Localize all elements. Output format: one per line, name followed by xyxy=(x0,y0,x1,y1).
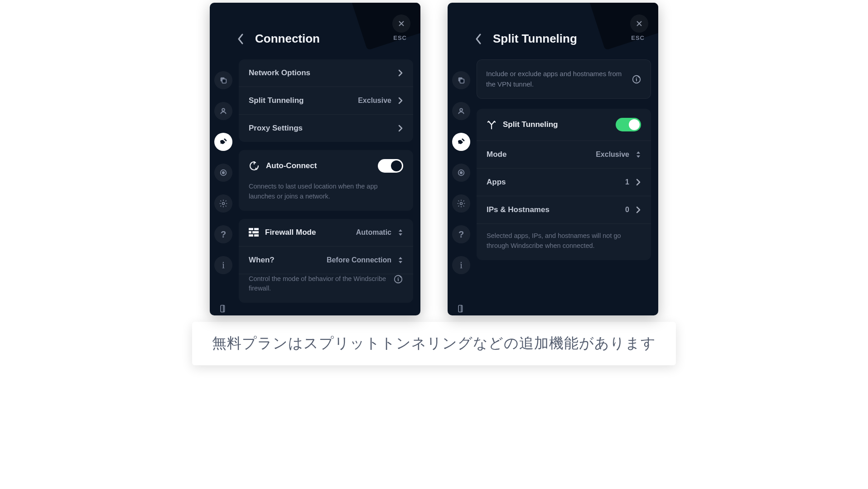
row-firewall-mode[interactable]: Firewall Mode Automatic xyxy=(239,219,413,247)
when-value: Before Connection xyxy=(327,256,391,264)
svg-rect-8 xyxy=(249,228,253,230)
svg-rect-21 xyxy=(458,305,462,312)
settings-panel[interactable]: Include or exclude apps and hostnames fr… xyxy=(475,55,658,315)
esc-label: ESC xyxy=(631,34,645,41)
window-body: ? i Network Options xyxy=(210,55,420,315)
chevron-right-icon xyxy=(398,124,403,132)
nav-settings[interactable] xyxy=(214,194,232,213)
caption: 無料プランはスプリットトンネリングなどの追加機能があります xyxy=(192,322,676,365)
row-mode[interactable]: Mode Exclusive xyxy=(477,141,651,169)
plug-icon xyxy=(219,137,228,146)
row-network-options[interactable]: Network Options xyxy=(239,59,413,87)
feature-info-box: Include or exclude apps and hostnames fr… xyxy=(477,59,651,99)
logout-icon xyxy=(457,304,466,313)
question-icon: ? xyxy=(458,229,464,240)
sort-icon xyxy=(398,228,403,237)
nav-general[interactable] xyxy=(214,71,232,89)
svg-rect-11 xyxy=(252,231,259,233)
nav-connection[interactable] xyxy=(452,133,470,151)
info-circle-icon xyxy=(393,274,403,284)
row-split-toggle: Split Tunneling xyxy=(477,109,651,141)
nav-connection[interactable] xyxy=(214,133,232,151)
svg-rect-1 xyxy=(222,79,226,83)
user-icon xyxy=(457,107,465,115)
autoconnect-title: Auto-Connect xyxy=(266,161,371,170)
settings-panel[interactable]: Network Options Split Tunneling Exclusiv… xyxy=(237,55,420,315)
close-button[interactable] xyxy=(392,15,410,33)
page-title: Split Tunneling xyxy=(493,32,577,46)
nav-logout[interactable] xyxy=(452,300,470,315)
firewall-info-button[interactable] xyxy=(393,274,403,284)
nav-card: Network Options Split Tunneling Exclusiv… xyxy=(239,59,413,142)
close-icon xyxy=(398,20,405,27)
window-body: ? i Include or exclude apps and hostname… xyxy=(448,55,658,315)
row-split-tunneling[interactable]: Split Tunneling Exclusive xyxy=(239,87,413,115)
nav-robert[interactable] xyxy=(214,164,232,182)
autoconnect-card: A Auto-Connect Connects to last used loc… xyxy=(239,150,413,211)
info-circle-icon xyxy=(632,74,641,84)
chevron-right-icon xyxy=(398,97,403,105)
target-icon xyxy=(457,169,465,177)
back-button[interactable] xyxy=(237,33,244,45)
nav-account[interactable] xyxy=(452,102,470,120)
apps-label: Apps xyxy=(487,178,619,187)
back-button[interactable] xyxy=(475,33,482,45)
info-button[interactable] xyxy=(632,74,641,84)
svg-rect-16 xyxy=(460,79,464,83)
nav-help[interactable]: ? xyxy=(214,225,232,243)
side-nav: ? i xyxy=(210,55,237,315)
sort-icon xyxy=(398,256,403,264)
when-label: When? xyxy=(249,256,320,265)
info-icon: i xyxy=(460,259,463,271)
svg-point-4 xyxy=(222,172,225,174)
plug-icon xyxy=(457,137,466,146)
nav-settings[interactable] xyxy=(452,194,470,213)
question-icon: ? xyxy=(221,229,226,240)
svg-rect-9 xyxy=(254,228,259,230)
sort-icon xyxy=(636,150,641,159)
svg-point-5 xyxy=(222,203,225,205)
row-label: Network Options xyxy=(249,68,391,77)
nav-help[interactable]: ? xyxy=(452,225,470,243)
gear-icon xyxy=(457,199,466,208)
svg-point-2 xyxy=(222,108,225,111)
nav-about[interactable]: i xyxy=(452,256,470,274)
hosts-count: 0 xyxy=(625,206,629,214)
svg-rect-10 xyxy=(249,231,251,233)
row-label: Split Tunneling xyxy=(249,96,352,105)
row-firewall-when[interactable]: When? Before Connection xyxy=(239,247,413,274)
layers-icon xyxy=(457,76,465,84)
nav-logout[interactable] xyxy=(214,300,232,315)
row-proxy-settings[interactable]: Proxy Settings xyxy=(239,115,413,142)
page-title: Connection xyxy=(255,32,320,46)
row-autoconnect: A Auto-Connect xyxy=(239,150,413,182)
svg-text:A: A xyxy=(255,167,257,171)
svg-rect-13 xyxy=(254,234,259,237)
split-footnote: Selected apps, IPs, and hostnames will n… xyxy=(477,224,651,260)
close-button[interactable] xyxy=(630,15,648,33)
chevron-left-icon xyxy=(475,33,482,45)
split-icon xyxy=(487,120,497,130)
chevron-left-icon xyxy=(237,33,244,45)
infobox-text: Include or exclude apps and hostnames fr… xyxy=(486,69,625,89)
side-nav: ? i xyxy=(448,55,475,315)
chevron-right-icon xyxy=(398,69,403,77)
split-tunneling-toggle[interactable] xyxy=(616,118,641,131)
nav-account[interactable] xyxy=(214,102,232,120)
row-ips-hostnames[interactable]: IPs & Hostnames 0 xyxy=(477,196,651,224)
nav-about[interactable]: i xyxy=(214,256,232,274)
autoconnect-icon: A xyxy=(249,160,260,171)
row-value: Exclusive xyxy=(358,97,391,105)
autoconnect-toggle[interactable] xyxy=(378,159,403,173)
row-apps[interactable]: Apps 1 xyxy=(477,169,651,196)
svg-point-17 xyxy=(460,108,463,111)
hosts-label: IPs & Hostnames xyxy=(487,205,619,214)
window-split-tunneling: ESC Split Tunneling xyxy=(448,3,658,315)
esc-label: ESC xyxy=(393,34,407,41)
svg-rect-6 xyxy=(221,305,224,312)
nav-robert[interactable] xyxy=(452,164,470,182)
nav-general[interactable] xyxy=(452,71,470,89)
svg-point-20 xyxy=(460,203,463,205)
svg-point-19 xyxy=(460,172,463,174)
mode-value: Exclusive xyxy=(596,150,629,159)
